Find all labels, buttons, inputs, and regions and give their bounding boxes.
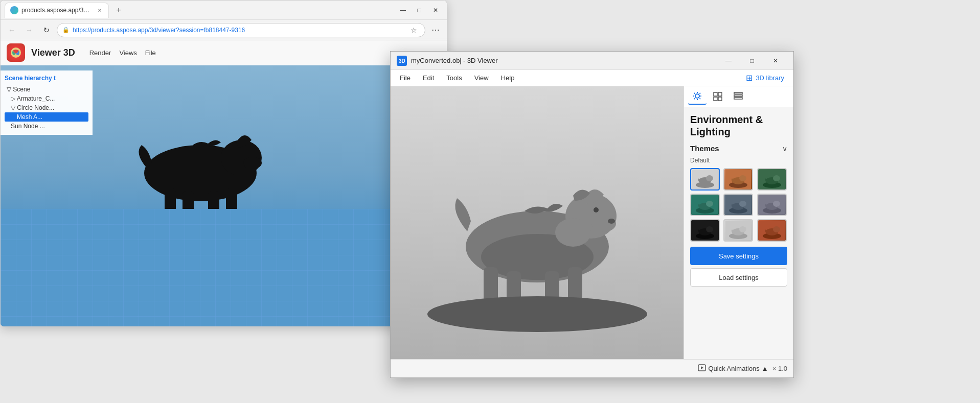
themes-chevron[interactable]: ∨ [782, 145, 787, 153]
browser-maximize-btn[interactable]: □ [412, 3, 426, 17]
library-button[interactable]: ⊞ 3D library [741, 71, 789, 85]
forward-button[interactable]: → [22, 23, 36, 37]
svg-point-44 [739, 175, 746, 181]
svg-point-21 [695, 94, 699, 98]
theme-swatch-terracotta[interactable] [757, 219, 787, 242]
browser-tab-area: products.aspose.app/3d/viewer... ✕ + [5, 3, 393, 18]
swatch-preview-forest [759, 170, 785, 189]
grid-icon [713, 91, 723, 102]
app-dog-3d-svg [412, 104, 663, 318]
browser-toolbar: ← → ↻ 🔒 https://products.aspose.app/3d/v… [1, 20, 447, 40]
app-main-content: Environment &Lighting Themes ∨ Default [391, 86, 793, 359]
viewport-inner [391, 86, 683, 359]
browser-menu-button[interactable]: ⋯ [428, 23, 443, 37]
svg-rect-2 [165, 188, 176, 211]
refresh-button[interactable]: ↻ [39, 23, 54, 37]
swatch-preview-light [725, 221, 751, 240]
quick-anim-icon [698, 364, 706, 373]
app-tools-menu[interactable]: Tools [441, 72, 467, 84]
scene-item-armature[interactable]: ▷ Armature_C... [5, 94, 88, 103]
save-settings-button[interactable]: Save settings [690, 247, 787, 265]
browser-tab-active[interactable]: products.aspose.app/3d/viewer... ✕ [5, 3, 109, 18]
svg-rect-36 [734, 98, 742, 99]
browser-win-controls: — □ ✕ [396, 3, 443, 17]
scale-indicator: × 1.0 [772, 365, 787, 372]
svg-point-48 [773, 175, 780, 181]
svg-text:3D: 3D [399, 58, 405, 64]
themes-grid [690, 168, 787, 242]
svg-line-29 [694, 99, 695, 100]
new-tab-button[interactable]: + [112, 4, 125, 17]
svg-rect-31 [718, 92, 722, 96]
svg-point-68 [739, 226, 746, 232]
back-button[interactable]: ← [5, 23, 19, 37]
themes-default-label: Default [690, 157, 787, 164]
settings-tab[interactable] [729, 88, 747, 105]
dog-silhouette-svg [113, 102, 287, 214]
quick-animations-button[interactable]: Quick Animations ▲ [698, 364, 768, 373]
scene-item-mesh[interactable]: Mesh A... [5, 112, 88, 122]
app-edit-menu[interactable]: Edit [418, 72, 439, 84]
lighting-tab[interactable] [688, 88, 706, 105]
swatch-preview-dark [692, 221, 718, 240]
app-file-menu[interactable]: File [395, 72, 416, 84]
app-title: myConverted.obj - 3D Viewer [411, 57, 713, 64]
theme-swatch-default[interactable] [690, 168, 720, 191]
theme-swatch-teal[interactable] [690, 194, 720, 216]
app-view-menu[interactable]: View [469, 72, 494, 84]
library-icon: ⊞ [746, 73, 753, 83]
app-window-icon: 3D [397, 56, 407, 66]
scene-item-circle[interactable]: ▽ Circle Node... [5, 103, 88, 112]
app-minimize-btn[interactable]: — [717, 52, 740, 70]
dog-silhouette [113, 102, 298, 227]
app-3d-viewport[interactable] [391, 86, 683, 359]
swatch-preview-steel [725, 195, 751, 215]
theme-swatch-slate[interactable] [757, 194, 787, 216]
svg-point-72 [773, 226, 780, 232]
svg-rect-34 [734, 92, 742, 94]
tab-close-btn[interactable]: ✕ [96, 7, 103, 14]
tab-label: products.aspose.app/3d/viewer... [21, 7, 93, 14]
theme-swatch-light[interactable] [723, 219, 753, 242]
themes-label: Themes [690, 144, 719, 153]
browser-3d-viewport: Left Scene hierarchy t ▽ Scene ▷ Armatur… [1, 65, 447, 326]
render-menu-item[interactable]: Render [89, 49, 111, 57]
svg-point-64 [706, 226, 713, 232]
svg-rect-33 [718, 97, 722, 101]
svg-point-56 [739, 201, 746, 207]
address-bar[interactable]: 🔒 https://products.aspose.app/3d/viewer?… [57, 23, 425, 37]
panel-tabs [684, 86, 793, 107]
swatch-preview-default [692, 170, 718, 189]
swatch-preview-terracotta [759, 221, 785, 240]
app-logo [7, 43, 25, 62]
browser-minimize-btn[interactable]: — [396, 3, 410, 17]
views-menu-item[interactable]: Views [119, 49, 136, 57]
grid-tab[interactable] [709, 88, 727, 105]
swatch-preview-slate [759, 195, 785, 215]
scene-item-scene[interactable]: ▽ Scene [5, 85, 88, 94]
svg-line-26 [694, 93, 695, 94]
file-menu-item[interactable]: File [145, 49, 156, 57]
theme-swatch-steel[interactable] [723, 194, 753, 216]
animation-icon [698, 364, 706, 372]
load-settings-button[interactable]: Load settings [690, 268, 787, 287]
app-close-btn[interactable]: ✕ [764, 52, 787, 70]
app-maximize-btn[interactable]: □ [740, 52, 764, 70]
svg-point-60 [773, 201, 780, 207]
svg-line-27 [700, 99, 701, 100]
svg-line-28 [700, 93, 701, 94]
browser-close-btn[interactable]: ✕ [428, 3, 443, 17]
bookmark-button[interactable]: ☆ [407, 24, 420, 36]
theme-swatch-dark[interactable] [690, 219, 720, 242]
viewport-bg: Left Scene hierarchy t ▽ Scene ▷ Armatur… [1, 65, 447, 326]
app-help-menu[interactable]: Help [496, 72, 520, 84]
svg-point-19 [594, 207, 599, 212]
svg-point-52 [706, 201, 713, 207]
scene-item-sun[interactable]: Sun Node ... [5, 122, 88, 131]
svg-point-40 [706, 175, 713, 181]
theme-swatch-forest[interactable] [757, 168, 787, 191]
quick-anim-label: Quick Animations [708, 365, 759, 372]
theme-swatch-warm[interactable] [723, 168, 753, 191]
library-label: 3D library [756, 74, 784, 82]
sun-icon [692, 91, 702, 101]
